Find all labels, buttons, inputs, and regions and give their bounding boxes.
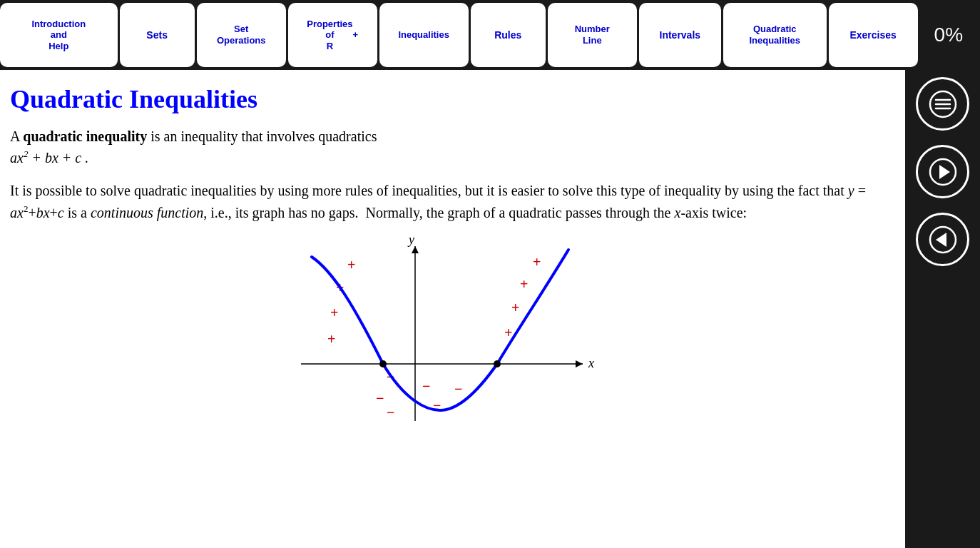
svg-marker-15 bbox=[576, 360, 583, 367]
svg-text:−: − bbox=[454, 381, 462, 397]
svg-text:y: y bbox=[407, 235, 414, 247]
svg-text:+: + bbox=[330, 305, 338, 320]
nav-item-intro[interactable]: Introduction and Help bbox=[0, 3, 118, 67]
svg-text:−: − bbox=[376, 390, 384, 406]
nav-item-intervals[interactable]: Intervals bbox=[639, 3, 721, 67]
svg-marker-18 bbox=[412, 246, 419, 253]
svg-point-20 bbox=[379, 360, 387, 367]
body-paragraph: It is possible to solve quadratic inequa… bbox=[10, 180, 884, 224]
nav-item-sets[interactable]: Sets bbox=[120, 3, 195, 67]
nav-item-exercises[interactable]: Exercises bbox=[829, 3, 918, 67]
page-title: Quadratic Inequalities bbox=[10, 84, 884, 114]
nav-item-props[interactable]: PropertiesofR+ bbox=[288, 3, 377, 67]
svg-text:+: + bbox=[327, 331, 335, 347]
svg-text:+: + bbox=[533, 254, 541, 270]
progress-label: 0% bbox=[920, 3, 977, 67]
svg-text:+: + bbox=[520, 276, 528, 292]
next-button[interactable] bbox=[916, 145, 969, 198]
nav-item-quadineq[interactable]: Quadratic Inequalities bbox=[723, 3, 827, 67]
navigation-bar: Introduction and Help Sets Set Operation… bbox=[0, 0, 980, 70]
nav-item-setops[interactable]: Set Operations bbox=[197, 3, 286, 67]
svg-text:x: x bbox=[588, 356, 594, 370]
nav-item-rules[interactable]: Rules bbox=[471, 3, 546, 67]
svg-marker-27 bbox=[939, 165, 950, 179]
svg-point-21 bbox=[494, 360, 501, 367]
nav-item-ineq[interactable]: Inequalities bbox=[379, 3, 469, 67]
intro-paragraph: A quadratic inequality is an inequality … bbox=[10, 126, 884, 168]
svg-text:+: + bbox=[504, 325, 512, 340]
svg-marker-29 bbox=[936, 233, 946, 247]
content-area: Quadratic Inequalities A quadratic inequ… bbox=[0, 70, 905, 548]
svg-text:+: + bbox=[347, 257, 355, 273]
graph-container: + + + + + + + + − − − − − − bbox=[10, 235, 884, 421]
prev-button[interactable] bbox=[916, 213, 969, 266]
svg-text:−: − bbox=[387, 405, 394, 420]
quadratic-graph: + + + + + + + + − − − − − − bbox=[262, 235, 633, 421]
svg-text:−: − bbox=[422, 378, 430, 394]
main-area: Quadratic Inequalities A quadratic inequ… bbox=[0, 70, 980, 548]
nav-item-numline[interactable]: Number Line bbox=[548, 3, 637, 67]
right-sidebar bbox=[905, 70, 980, 548]
svg-text:+: + bbox=[511, 300, 519, 315]
menu-button[interactable] bbox=[916, 77, 969, 131]
